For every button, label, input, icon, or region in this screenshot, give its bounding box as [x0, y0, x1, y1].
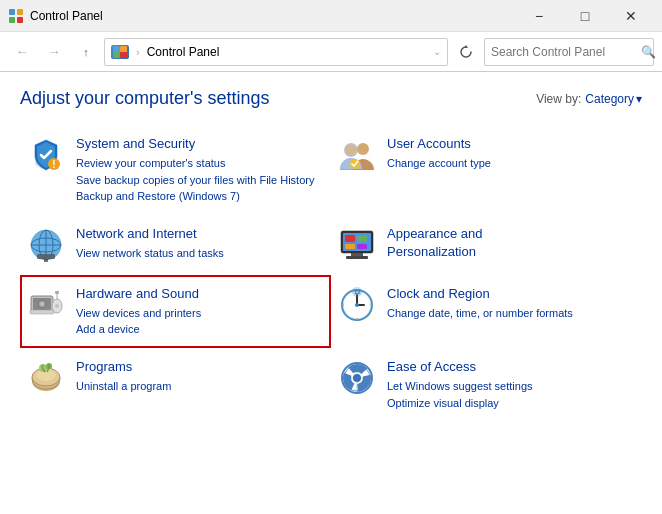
address-chevron: ⌄ — [433, 46, 441, 57]
user-accounts-title[interactable]: User Accounts — [387, 135, 630, 153]
svg-point-47 — [370, 304, 372, 306]
search-input[interactable] — [491, 45, 641, 59]
svg-rect-27 — [357, 244, 367, 249]
svg-point-53 — [36, 369, 56, 381]
back-button[interactable]: ← — [8, 38, 36, 66]
clock-region-text: Clock and Region Change date, time, or n… — [387, 285, 630, 322]
system-security-link-1[interactable]: Review your computer's status — [76, 155, 319, 172]
title-bar-controls: − □ ✕ — [516, 0, 654, 32]
ease-access-link-2[interactable]: Optimize visual display — [387, 395, 630, 412]
category-user-accounts[interactable]: User Accounts Change account type — [331, 125, 642, 215]
view-by: View by: Category ▾ — [536, 92, 642, 106]
svg-rect-37 — [55, 291, 59, 294]
svg-rect-34 — [30, 310, 54, 314]
programs-title[interactable]: Programs — [76, 358, 319, 376]
view-by-label: View by: — [536, 92, 581, 106]
category-system-security[interactable]: ! System and Security Review your comput… — [20, 125, 331, 215]
clock-region-title[interactable]: Clock and Region — [387, 285, 630, 303]
svg-rect-28 — [351, 253, 363, 256]
network-internet-links: View network status and tasks — [76, 245, 319, 262]
svg-rect-25 — [357, 235, 367, 242]
appearance-text: Appearance andPersonalization — [387, 225, 630, 261]
svg-text:!: ! — [52, 159, 55, 170]
page-title: Adjust your computer's settings — [20, 88, 270, 109]
address-box[interactable]: › Control Panel ⌄ — [104, 38, 448, 66]
svg-rect-26 — [345, 244, 355, 249]
svg-rect-4 — [113, 46, 120, 52]
category-ease-access[interactable]: Ease of Access Let Windows suggest setti… — [331, 348, 642, 421]
svg-point-46 — [342, 304, 344, 306]
title-bar-icon — [8, 8, 24, 24]
svg-rect-24 — [345, 235, 355, 242]
category-appearance[interactable]: Appearance andPersonalization — [331, 215, 642, 275]
network-internet-link-1[interactable]: View network status and tasks — [76, 245, 319, 262]
hardware-sound-link-2[interactable]: Add a device — [76, 321, 319, 338]
svg-rect-2 — [9, 17, 15, 23]
svg-point-33 — [40, 302, 44, 306]
programs-icon — [26, 358, 66, 398]
hardware-sound-links: View devices and printers Add a device — [76, 305, 319, 338]
address-bar: ← → ↑ › Control Panel ⌄ 🔍 — [0, 32, 662, 72]
hardware-sound-text: Hardware and Sound View devices and prin… — [76, 285, 319, 338]
system-security-links: Review your computer's status Save backu… — [76, 155, 319, 205]
category-clock-region[interactable]: 12 Clock and Region Change date, time, o… — [331, 275, 642, 348]
ease-access-links: Let Windows suggest settings Optimize vi… — [387, 378, 630, 411]
user-accounts-link-1[interactable]: Change account type — [387, 155, 630, 172]
programs-links: Uninstall a program — [76, 378, 319, 395]
system-security-icon: ! — [26, 135, 66, 175]
view-by-dropdown[interactable]: Category ▾ — [585, 92, 642, 106]
svg-point-43 — [355, 303, 359, 307]
search-box[interactable]: 🔍 — [484, 38, 654, 66]
system-security-title[interactable]: System and Security — [76, 135, 319, 153]
svg-point-45 — [356, 318, 358, 320]
hardware-sound-icon — [26, 285, 66, 325]
svg-rect-1 — [17, 9, 23, 15]
network-internet-icon — [26, 225, 66, 265]
system-security-link-3[interactable]: Backup and Restore (Windows 7) — [76, 188, 319, 205]
close-button[interactable]: ✕ — [608, 0, 654, 32]
hardware-sound-title[interactable]: Hardware and Sound — [76, 285, 319, 303]
category-hardware-sound[interactable]: Hardware and Sound View devices and prin… — [20, 275, 331, 348]
svg-point-13 — [345, 144, 357, 156]
ease-access-icon — [337, 358, 377, 398]
svg-text:12: 12 — [354, 289, 361, 295]
clock-region-icon: 12 — [337, 285, 377, 325]
category-programs[interactable]: Programs Uninstall a program — [20, 348, 331, 421]
svg-rect-29 — [346, 256, 368, 259]
user-accounts-icon — [337, 135, 377, 175]
network-internet-text: Network and Internet View network status… — [76, 225, 319, 262]
programs-link-1[interactable]: Uninstall a program — [76, 378, 319, 395]
forward-button[interactable]: → — [40, 38, 68, 66]
system-security-link-2[interactable]: Save backup copies of your files with Fi… — [76, 172, 319, 189]
appearance-icon — [337, 225, 377, 265]
clock-region-link-1[interactable]: Change date, time, or number formats — [387, 305, 630, 322]
minimize-button[interactable]: − — [516, 0, 562, 32]
clock-region-links: Change date, time, or number formats — [387, 305, 630, 322]
appearance-title[interactable]: Appearance andPersonalization — [387, 225, 630, 261]
svg-rect-20 — [37, 254, 55, 259]
network-internet-title[interactable]: Network and Internet — [76, 225, 319, 243]
search-icon: 🔍 — [641, 45, 656, 59]
ease-access-link-1[interactable]: Let Windows suggest settings — [387, 378, 630, 395]
address-icon — [111, 45, 129, 59]
ease-access-title[interactable]: Ease of Access — [387, 358, 630, 376]
maximize-button[interactable]: □ — [562, 0, 608, 32]
header-row: Adjust your computer's settings View by:… — [20, 88, 642, 109]
title-bar-title: Control Panel — [30, 9, 516, 23]
svg-rect-3 — [17, 17, 23, 23]
svg-rect-0 — [9, 9, 15, 15]
programs-text: Programs Uninstall a program — [76, 358, 319, 395]
ease-access-text: Ease of Access Let Windows suggest setti… — [387, 358, 630, 411]
up-button[interactable]: ↑ — [72, 38, 100, 66]
category-network-internet[interactable]: Network and Internet View network status… — [20, 215, 331, 275]
main-content: Adjust your computer's settings View by:… — [0, 72, 662, 514]
svg-point-36 — [55, 304, 59, 308]
hardware-sound-link-1[interactable]: View devices and printers — [76, 305, 319, 322]
svg-rect-7 — [120, 52, 127, 58]
svg-rect-21 — [44, 259, 48, 262]
refresh-button[interactable] — [452, 38, 480, 66]
svg-point-12 — [357, 143, 369, 155]
system-security-text: System and Security Review your computer… — [76, 135, 319, 205]
svg-rect-6 — [113, 52, 120, 58]
address-path: Control Panel — [147, 45, 429, 59]
